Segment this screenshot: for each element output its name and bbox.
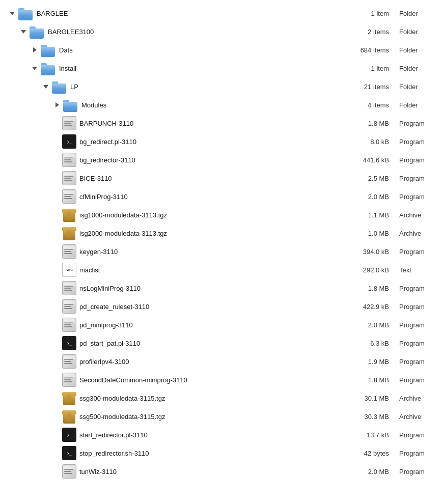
item-kind: Program <box>389 321 440 329</box>
item-name: profilerIpv4-3100 <box>79 358 129 366</box>
item-name: pd_create_ruleset-3110 <box>79 303 149 311</box>
folder-icon <box>17 6 34 20</box>
item-kind: Program <box>389 303 440 311</box>
list-item[interactable]: ❯_pd_start_pat.pl-31106.3 kBProgram <box>0 334 444 352</box>
program-icon <box>62 299 76 314</box>
disclosure-triangle[interactable] <box>53 101 61 109</box>
list-item[interactable]: isg1000-moduledata-3113.tgz1.1 MBArchive <box>0 206 444 224</box>
item-size: 1.1 MB <box>338 211 389 219</box>
archive-icon <box>62 226 76 240</box>
list-item[interactable]: BARGLEE1 itemFolder <box>0 4 444 22</box>
item-name: BARGLEE <box>37 10 68 17</box>
item-kind: Program <box>389 138 440 146</box>
list-item[interactable]: BARGLEE31002 itemsFolder <box>0 22 444 41</box>
item-kind: Folder <box>389 101 440 109</box>
item-size: 292.0 kB <box>338 266 389 274</box>
item-size: 30.3 MB <box>338 413 389 421</box>
item-size: 2.5 MB <box>338 175 389 182</box>
item-name: BARPUNCH-3110 <box>79 120 133 127</box>
item-name: isg2000-moduledata-3113.tgz <box>79 230 167 237</box>
item-size: 684 items <box>338 46 389 54</box>
item-size: 6.3 kB <box>338 340 389 347</box>
list-item[interactable]: cfMiniProg-31102.0 MBProgram <box>0 187 444 206</box>
list-item[interactable]: BICE-31102.5 MBProgram <box>0 169 444 187</box>
item-size: 30.1 MB <box>338 395 389 402</box>
item-kind: Program <box>389 175 440 182</box>
list-item[interactable]: nsLogMiniProg-31101.8 MBProgram <box>0 279 444 297</box>
list-item[interactable]: SecondDateCommon-miniprog-31101.8 MBProg… <box>0 371 444 389</box>
list-item[interactable]: Modules4 itemsFolder <box>0 96 444 114</box>
item-kind: Archive <box>389 413 440 421</box>
item-kind: Program <box>389 468 440 475</box>
item-size: 394.0 kB <box>338 248 389 256</box>
item-name: Dats <box>59 46 73 54</box>
item-kind: Program <box>389 340 440 347</box>
item-kind: Folder <box>389 10 440 17</box>
item-kind: Text <box>389 266 440 274</box>
list-item[interactable]: BARPUNCH-31101.8 MBProgram <box>0 114 444 132</box>
item-name: Modules <box>81 101 106 109</box>
terminal-icon: ❯_ <box>62 446 76 460</box>
list-item[interactable]: Install1 itemFolder <box>0 59 444 77</box>
item-name: pd_start_pat.pl-3110 <box>79 340 140 347</box>
list-item[interactable]: Dats684 itemsFolder <box>0 41 444 59</box>
item-size: 4 items <box>338 101 389 109</box>
item-name: BICE-3110 <box>79 175 112 182</box>
program-icon <box>62 189 76 204</box>
list-item[interactable]: ssg500-moduledata-3115.tgz30.3 MBArchive <box>0 407 444 426</box>
item-kind: Program <box>389 248 440 256</box>
program-icon <box>62 116 76 130</box>
list-item[interactable]: maclist292.0 kBText <box>0 261 444 279</box>
list-item[interactable]: ❯_stop_redirector.sh-311042 bytesProgram <box>0 444 444 462</box>
item-size: 1.8 MB <box>338 120 389 127</box>
list-item[interactable]: profilerIpv4-31001.9 MBProgram <box>0 352 444 371</box>
item-name: stop_redirector.sh-3110 <box>79 450 149 457</box>
item-kind: Program <box>389 376 440 384</box>
item-size: 21 items <box>338 83 389 91</box>
item-size: 2.0 MB <box>338 321 389 329</box>
item-name: Install <box>59 65 76 72</box>
list-item[interactable]: ❯_start_redirector.pl-311013.7 kBProgram <box>0 426 444 444</box>
archive-icon <box>62 391 76 405</box>
item-name: nsLogMiniProg-3110 <box>79 285 141 292</box>
list-item[interactable]: tunWiz-31102.0 MBProgram <box>0 462 444 481</box>
list-item[interactable]: pd_miniprog-31102.0 MBProgram <box>0 316 444 334</box>
folder-icon <box>62 98 78 112</box>
folder-icon <box>51 79 67 94</box>
item-size: 1.0 MB <box>338 230 389 237</box>
item-name: maclist <box>79 266 100 274</box>
item-size: 1 item <box>338 10 389 17</box>
list-item[interactable]: ❯_bg_redirect.pl-31108.0 kBProgram <box>0 132 444 151</box>
disclosure-triangle[interactable] <box>8 9 16 17</box>
list-item[interactable]: keygen-3110394.0 kBProgram <box>0 242 444 261</box>
program-icon <box>62 244 76 259</box>
list-item[interactable]: LP21 itemsFolder <box>0 77 444 96</box>
disclosure-triangle[interactable] <box>31 46 39 54</box>
item-name: ssg500-moduledata-3115.tgz <box>79 413 165 421</box>
folder-icon <box>40 61 56 75</box>
item-size: 2.0 MB <box>338 468 389 475</box>
item-kind: Program <box>389 431 440 439</box>
disclosure-triangle[interactable] <box>31 64 39 72</box>
item-kind: Archive <box>389 395 440 402</box>
disclosure-triangle[interactable] <box>42 82 50 91</box>
text-icon <box>62 263 76 277</box>
item-size: 1.9 MB <box>338 358 389 366</box>
item-kind: Program <box>389 358 440 366</box>
folder-icon <box>29 24 45 39</box>
program-icon <box>62 153 76 167</box>
archive-icon <box>62 208 76 222</box>
list-item[interactable]: pd_create_ruleset-3110422.9 kBProgram <box>0 297 444 316</box>
item-name: LP <box>70 83 78 91</box>
item-kind: Folder <box>389 28 440 36</box>
item-name: SecondDateCommon-miniprog-3110 <box>79 376 187 384</box>
list-item[interactable]: ssg300-moduledata-3115.tgz30.1 MBArchive <box>0 389 444 407</box>
disclosure-triangle[interactable] <box>19 27 27 36</box>
item-kind: Folder <box>389 46 440 54</box>
item-kind: Program <box>389 450 440 457</box>
item-size: 1.8 MB <box>338 376 389 384</box>
item-size: 441.6 kB <box>338 156 389 164</box>
program-icon <box>62 281 76 295</box>
list-item[interactable]: isg2000-moduledata-3113.tgz1.0 MBArchive <box>0 224 444 242</box>
list-item[interactable]: bg_redirector-3110441.6 kBProgram <box>0 151 444 169</box>
